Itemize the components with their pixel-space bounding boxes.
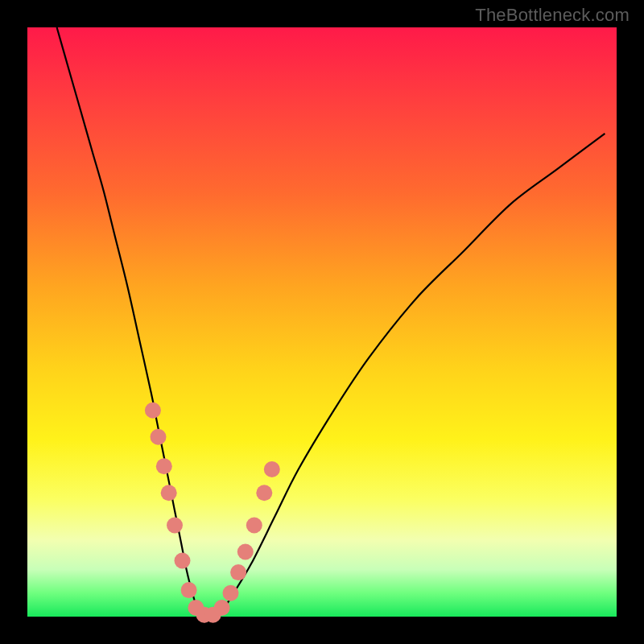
curve-marker [156, 458, 172, 474]
watermark-text: TheBottleneck.com [475, 5, 630, 26]
bottleneck-curve [57, 27, 605, 617]
plot-area [27, 27, 617, 617]
curve-marker [175, 553, 191, 569]
marker-group [145, 402, 280, 623]
curve-marker [151, 429, 167, 445]
curve-marker [181, 582, 197, 598]
curve-marker [264, 461, 280, 477]
curve-marker [161, 485, 177, 501]
curve-marker [230, 564, 246, 580]
curve-svg [27, 27, 617, 617]
curve-marker [145, 402, 161, 419]
curve-marker [214, 600, 230, 616]
curve-marker [223, 585, 239, 601]
curve-marker [256, 485, 272, 501]
curve-marker [246, 518, 262, 534]
curve-marker [167, 518, 183, 534]
curve-marker [237, 544, 254, 560]
chart-frame: TheBottleneck.com [0, 0, 644, 644]
